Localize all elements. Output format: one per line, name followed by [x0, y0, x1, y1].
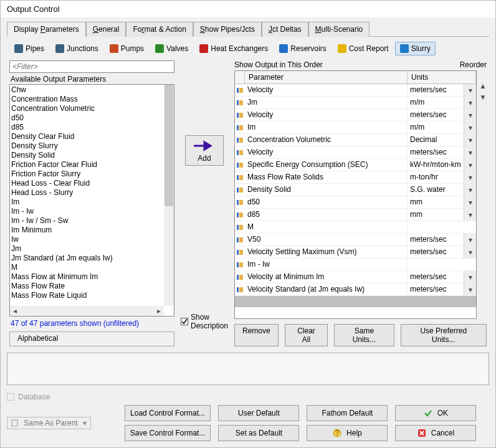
table-row[interactable]: M	[235, 221, 476, 234]
units-dropdown[interactable]: ▾	[464, 209, 476, 221]
table-row[interactable]: Velocity at Minimum Immeters/sec▾	[235, 271, 476, 284]
vertical-scrollbar[interactable]	[164, 85, 174, 306]
list-item[interactable]: d85	[11, 123, 163, 132]
ok-button[interactable]: OK	[395, 405, 476, 421]
list-item[interactable]: Im Minimum	[11, 226, 163, 235]
list-item[interactable]: Density Clear Fluid	[11, 132, 163, 141]
table-row[interactable]: Velocitymeters/sec▾	[235, 109, 476, 122]
table-row[interactable]: Mass Flow Rate Solidsm-ton/hr▾	[235, 171, 476, 184]
list-item[interactable]: Concentration Mass	[11, 95, 163, 104]
clear-all-button[interactable]: Clear All	[285, 324, 328, 346]
row-grip-icon[interactable]	[235, 196, 245, 208]
horizontal-scrollbar[interactable]: ◂ ▸	[10, 306, 164, 316]
table-row[interactable]: Im - Iw	[235, 259, 476, 271]
row-grip-icon[interactable]	[235, 209, 245, 221]
list-item[interactable]: Head Loss - Clear Fluid	[11, 179, 163, 188]
list-item[interactable]: Density Slurry	[11, 141, 163, 151]
units-dropdown[interactable]: ▾	[464, 97, 476, 108]
table-row[interactable]: V50meters/sec▾	[235, 234, 476, 246]
units-dropdown[interactable]: ▾	[464, 184, 476, 196]
help-button[interactable]: ? Help	[307, 425, 388, 441]
row-grip-icon[interactable]	[235, 184, 245, 196]
filter-input[interactable]	[9, 60, 174, 73]
set-as-default-button[interactable]: Set as Default	[218, 425, 299, 441]
table-row[interactable]: d50mm▾	[235, 196, 476, 209]
units-dropdown[interactable]: ▾	[464, 171, 476, 183]
column-parameter[interactable]: Parameter	[245, 71, 408, 84]
same-as-parent-dropdown[interactable]: Same As Parent ▾	[7, 417, 91, 429]
units-dropdown[interactable]: ▾	[464, 271, 476, 283]
user-default-button[interactable]: User Default	[218, 405, 299, 421]
row-grip-icon[interactable]	[235, 171, 245, 183]
tab-show-pipes-jcts[interactable]: Show Pipes/Jcts	[193, 22, 262, 37]
row-grip-icon[interactable]	[235, 109, 245, 121]
units-dropdown[interactable]: ▾	[464, 122, 476, 133]
load-control-format-button[interactable]: Load Control Format...	[125, 405, 211, 421]
units-dropdown[interactable]: ▾	[464, 234, 476, 245]
list-item[interactable]: Concentration Volumetric	[11, 104, 163, 113]
list-item[interactable]: Im - Iw / Sm - Sw	[11, 216, 163, 226]
same-units-button[interactable]: Same Units...	[334, 324, 394, 346]
table-row[interactable]: Density SolidS.G. water▾	[235, 184, 476, 196]
cancel-button[interactable]: Cancel	[395, 425, 476, 441]
table-row[interactable]: Velocity Settling Maximum (Vsm)meters/se…	[235, 246, 476, 259]
list-item[interactable]: Mass Flow Rate	[11, 282, 163, 291]
show-description-checkbox[interactable]	[181, 318, 188, 325]
tab-jct-deltas[interactable]: Jct Deltas	[262, 22, 308, 37]
units-dropdown[interactable]: ▾	[464, 196, 476, 208]
row-grip-icon[interactable]	[235, 97, 245, 108]
reorder-down-icon[interactable]: ▼	[479, 93, 487, 102]
toolbar-pipes[interactable]: Pipes	[9, 42, 49, 55]
available-listbox[interactable]: ChwConcentration MassConcentration Volum…	[9, 84, 174, 317]
list-item[interactable]: Density Solid	[11, 151, 163, 160]
list-item[interactable]: M	[11, 263, 163, 272]
remove-button[interactable]: Remove	[234, 324, 279, 346]
tab-general[interactable]: General	[86, 22, 126, 37]
toolbar-heat-exchangers[interactable]: Heat Exchangers	[194, 42, 273, 55]
list-item[interactable]: Jm Standard (at Jm equals Iw)	[11, 254, 163, 263]
row-grip-icon[interactable]	[235, 159, 245, 171]
units-dropdown[interactable]: ▾	[464, 146, 476, 158]
toolbar-reservoirs[interactable]: Reservoirs	[274, 42, 331, 55]
row-grip-icon[interactable]	[235, 259, 245, 270]
table-row[interactable]: Velocitymeters/sec▾	[235, 146, 476, 159]
scroll-right-icon[interactable]: ▸	[154, 306, 164, 316]
table-row[interactable]: Jmm/m▾	[235, 97, 476, 109]
table-row[interactable]: Velocitymeters/sec▾	[235, 84, 476, 97]
scroll-left-icon[interactable]: ◂	[10, 306, 20, 316]
save-control-format-button[interactable]: Save Control Format...	[125, 425, 211, 441]
toolbar-pumps[interactable]: Pumps	[105, 42, 149, 55]
units-dropdown[interactable]: ▾	[464, 109, 476, 121]
table-row[interactable]: Imm/m▾	[235, 122, 476, 134]
units-dropdown[interactable]: ▾	[464, 246, 476, 258]
tab-display-parameters[interactable]: Display Parameters	[7, 22, 86, 37]
row-grip-icon[interactable]	[235, 146, 245, 158]
row-grip-icon[interactable]	[235, 84, 245, 96]
list-item[interactable]: Friction Factor Slurry	[11, 169, 163, 179]
tab-format-action[interactable]: Format & Action	[126, 22, 193, 37]
list-item[interactable]: Im	[11, 198, 163, 207]
list-item[interactable]: Mass Flow Rate Liquid	[11, 291, 163, 300]
use-preferred-units-button[interactable]: Use Preferred Units...	[401, 324, 487, 346]
column-units[interactable]: Units	[408, 71, 476, 84]
table-row[interactable]: Velocity Standard (at Jm equals Iw)meter…	[235, 284, 476, 296]
list-item[interactable]: Mass Flow at Minimum Im	[11, 272, 163, 282]
table-row[interactable]: Specific Energy Consumption (SEC)kW-hr/m…	[235, 159, 476, 171]
reorder-up-icon[interactable]: ▲	[479, 82, 487, 90]
row-grip-icon[interactable]	[235, 271, 245, 283]
row-grip-icon[interactable]	[235, 234, 245, 245]
row-grip-icon[interactable]	[235, 221, 245, 233]
list-item[interactable]: Iw	[11, 235, 163, 244]
tab-multi-scenario[interactable]: Multi-Scenario	[308, 22, 370, 37]
units-dropdown[interactable]: ▾	[464, 284, 476, 295]
toolbar-slurry[interactable]: Slurry	[395, 42, 436, 55]
list-item[interactable]: Chw	[11, 85, 163, 95]
row-grip-icon[interactable]	[235, 284, 245, 295]
units-dropdown[interactable]: ▾	[464, 159, 476, 171]
list-item[interactable]: Im - Iw	[11, 207, 163, 216]
toolbar-junctions[interactable]: Junctions	[50, 42, 103, 55]
toolbar-valves[interactable]: Valves	[150, 42, 193, 55]
list-item[interactable]: d50	[11, 113, 163, 123]
list-item[interactable]: Head Loss - Slurry	[11, 188, 163, 198]
row-grip-icon[interactable]	[235, 134, 245, 146]
